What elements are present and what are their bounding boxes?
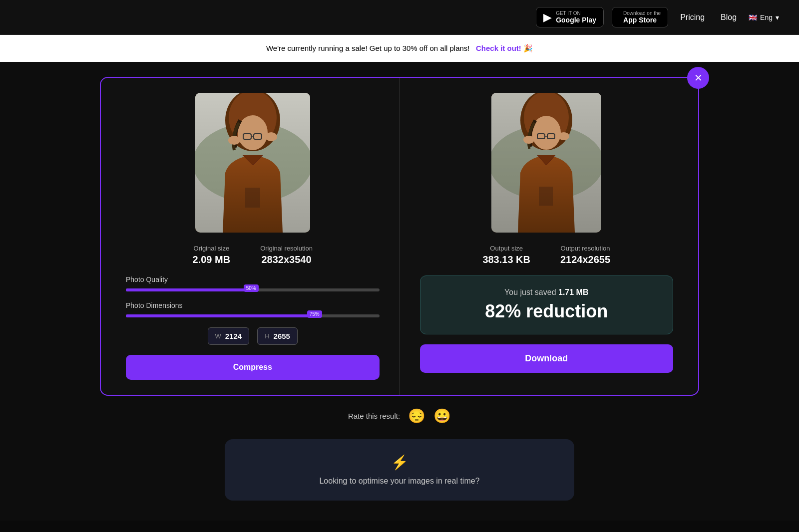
width-label: W xyxy=(215,332,221,340)
blog-link[interactable]: Blog xyxy=(717,11,741,24)
original-size-label: Original size xyxy=(193,245,231,252)
height-label: H xyxy=(265,332,269,340)
original-size-value: 2.09 MB xyxy=(193,254,231,266)
comparison-container: ✕ xyxy=(100,77,699,396)
height-input[interactable]: H 2655 xyxy=(257,327,298,345)
width-value: 2124 xyxy=(225,332,242,340)
savings-label: You just saved xyxy=(504,288,556,296)
language-selector[interactable]: 🇬🇧 Eng ▾ xyxy=(749,13,779,21)
savings-amount: 1.71 MB xyxy=(558,288,588,296)
svg-point-8 xyxy=(228,136,240,145)
google-play-name: Google Play xyxy=(556,16,596,24)
output-resolution-label: Output resolution xyxy=(560,245,610,252)
savings-percent: 82% reduction xyxy=(440,301,653,322)
main-content: ✕ xyxy=(0,62,799,521)
svg-rect-21 xyxy=(539,187,553,206)
sad-rating-button[interactable]: 😔 xyxy=(408,408,425,424)
savings-box: You just saved 1.71 MB 82% reduction xyxy=(420,275,674,334)
dimensions-slider-container: Photo Dimensions 75% xyxy=(126,301,380,317)
left-panel: Original size 2.09 MB Original resolutio… xyxy=(101,78,400,395)
dimensions-slider-thumb: 75% xyxy=(307,310,322,318)
savings-text: You just saved 1.71 MB xyxy=(440,288,653,297)
output-size-label: Output size xyxy=(482,245,530,252)
output-size-item: Output size 383.13 KB xyxy=(482,245,530,266)
download-button[interactable]: Download xyxy=(420,344,674,373)
right-panel: Output size 383.13 KB Output resolution … xyxy=(400,78,699,395)
rating-label: Rate this result: xyxy=(348,412,400,420)
output-info-row: Output size 383.13 KB Output resolution … xyxy=(420,245,674,266)
google-play-icon: ▶ xyxy=(543,11,552,24)
promo-box: ⚡ Looking to optimise your images in rea… xyxy=(225,439,574,501)
original-resolution-label: Original resolution xyxy=(260,245,313,252)
sale-link[interactable]: Check it out! 🎉 xyxy=(476,44,533,52)
app-store-sub: Download on the xyxy=(623,10,661,16)
original-resolution-value: 2832x3540 xyxy=(260,254,313,266)
close-button[interactable]: ✕ xyxy=(687,67,709,89)
compress-button[interactable]: Compress xyxy=(126,355,380,380)
quality-slider-fill xyxy=(126,288,253,291)
original-size-item: Original size 2.09 MB xyxy=(193,245,231,266)
dimensions-row: W 2124 H 2655 xyxy=(126,327,380,345)
quality-slider-container: Photo Quality 50% xyxy=(126,275,380,291)
happy-rating-button[interactable]: 😀 xyxy=(433,408,451,424)
svg-point-19 xyxy=(523,136,534,144)
app-store-badge[interactable]: Download on the App Store xyxy=(612,7,668,27)
output-image xyxy=(491,93,601,233)
original-image-preview xyxy=(126,93,380,233)
app-store-name: App Store xyxy=(623,16,661,24)
google-play-sub: GET IT ON xyxy=(556,10,596,16)
output-size-value: 383.13 KB xyxy=(482,254,530,266)
output-resolution-value: 2124x2655 xyxy=(560,254,610,266)
dimensions-label: Photo Dimensions xyxy=(126,301,380,309)
svg-point-20 xyxy=(558,132,569,140)
svg-point-4 xyxy=(238,115,268,150)
promo-icon: ⚡ xyxy=(391,454,408,471)
google-play-badge[interactable]: ▶ GET IT ON Google Play xyxy=(536,7,604,27)
width-input[interactable]: W 2124 xyxy=(208,327,250,345)
output-image-preview xyxy=(491,93,601,233)
sale-text: We're currently running a sale! Get up t… xyxy=(266,44,470,52)
chevron-down-icon: ▾ xyxy=(776,13,779,21)
quality-slider-track[interactable]: 50% xyxy=(126,288,380,291)
dimensions-slider-track[interactable]: 75% xyxy=(126,314,380,317)
promo-text: Looking to optimise your images in real … xyxy=(319,477,479,486)
flag-icon: 🇬🇧 xyxy=(749,13,757,21)
lang-label: Eng xyxy=(760,13,773,21)
pricing-link[interactable]: Pricing xyxy=(676,11,709,24)
original-image xyxy=(195,93,310,233)
rating-row: Rate this result: 😔 😀 xyxy=(20,408,779,424)
original-info-row: Original size 2.09 MB Original resolutio… xyxy=(126,245,380,266)
svg-point-9 xyxy=(265,132,277,141)
top-nav: ▶ GET IT ON Google Play Download on the … xyxy=(0,0,799,35)
height-value: 2655 xyxy=(274,332,290,340)
svg-rect-10 xyxy=(245,188,260,208)
dimensions-slider-fill xyxy=(126,314,316,317)
quality-label: Photo Quality xyxy=(126,275,380,283)
output-resolution-item: Output resolution 2124x2655 xyxy=(560,245,610,266)
sale-banner: We're currently running a sale! Get up t… xyxy=(0,35,799,62)
original-resolution-item: Original resolution 2832x3540 xyxy=(260,245,313,266)
quality-slider-thumb: 50% xyxy=(244,284,259,292)
